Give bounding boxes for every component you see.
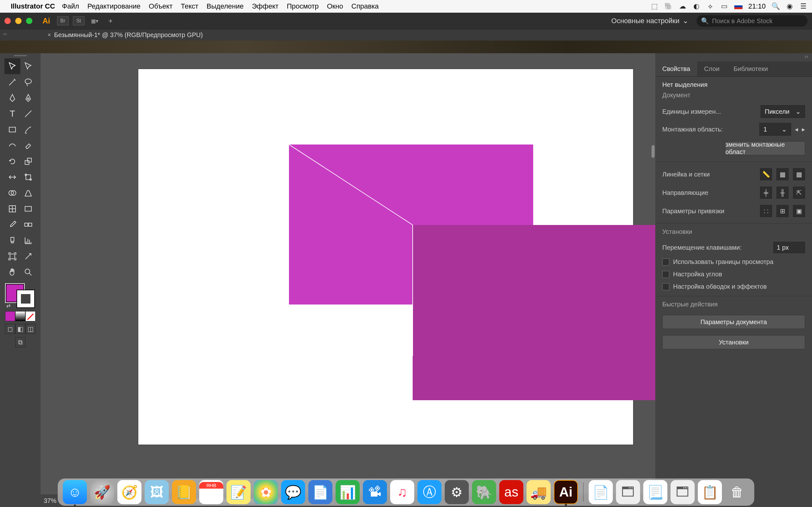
- dock-launchpad-icon[interactable]: 🚀: [90, 480, 114, 504]
- gpu-icon[interactable]: ✈: [105, 16, 116, 25]
- screen-mode-icon[interactable]: ⧉: [15, 337, 26, 347]
- dock-notes-icon[interactable]: 📝: [226, 480, 251, 504]
- dock-evernote-icon[interactable]: 🐘: [472, 480, 496, 504]
- menu-select[interactable]: Выделение: [206, 2, 244, 10]
- tab-layers[interactable]: Слои: [697, 61, 727, 76]
- preview-bounds-checkbox[interactable]: [662, 259, 669, 266]
- guides-lock-icon[interactable]: ╫: [776, 187, 789, 199]
- toolbox-grip-icon[interactable]: [14, 55, 27, 58]
- symbol-sprayer-tool[interactable]: [4, 233, 20, 248]
- stock-button[interactable]: St: [73, 16, 84, 25]
- edit-artboards-button[interactable]: зменить монтажные област: [725, 141, 805, 155]
- scale-corners-checkbox[interactable]: [662, 271, 669, 278]
- eraser-tool[interactable]: [20, 137, 36, 153]
- snap-grid-icon[interactable]: ⊞: [776, 205, 789, 217]
- dock-photos-icon[interactable]: ✿: [254, 480, 278, 504]
- evernote-icon[interactable]: 🐘: [664, 2, 673, 10]
- dock-doc2-icon[interactable]: 🗔: [616, 480, 640, 504]
- input-flag-icon[interactable]: [734, 3, 743, 9]
- curvature-tool[interactable]: [20, 90, 36, 106]
- paintbrush-tool[interactable]: [20, 122, 36, 137]
- dock-contacts-icon[interactable]: 📒: [172, 480, 196, 504]
- draw-normal-icon[interactable]: ◻: [5, 324, 15, 334]
- transparency-grid-icon[interactable]: ▩: [793, 168, 805, 180]
- menu-help[interactable]: Справка: [351, 2, 379, 10]
- collapse-right-icon[interactable]: ››: [655, 53, 812, 61]
- rotate-tool[interactable]: [4, 153, 20, 169]
- dock-itunes-icon[interactable]: ♫: [390, 480, 414, 504]
- graph-tool[interactable]: [20, 233, 36, 248]
- eyedropper-tool[interactable]: [4, 217, 20, 233]
- dock-finder-icon[interactable]: ☺: [63, 480, 87, 504]
- direct-selection-tool[interactable]: [20, 58, 36, 74]
- scrollbar-thumb[interactable]: [652, 145, 655, 158]
- dock-settings-icon[interactable]: ⚙: [445, 480, 469, 504]
- dock-doc3-icon[interactable]: 📃: [643, 480, 667, 504]
- shape-builder-tool[interactable]: [4, 185, 20, 201]
- pen-tool[interactable]: [4, 90, 20, 106]
- canvas[interactable]: 37% ⌄ |◂ ◂ 1 ⌄ ▸ ▸| Переключает прямое в…: [41, 53, 655, 507]
- rectangle-shape-2[interactable]: [413, 225, 655, 400]
- ruler-icon[interactable]: 📏: [760, 168, 772, 180]
- scale-strokes-checkbox[interactable]: [662, 283, 669, 290]
- document-tab-title[interactable]: Безымянный-1* @ 37% (RGB/Предпросмотр GP…: [54, 32, 203, 39]
- draw-behind-icon[interactable]: ◧: [15, 324, 26, 334]
- dock-messages-icon[interactable]: 💬: [281, 480, 305, 504]
- dock-transmit-icon[interactable]: 🚚: [526, 480, 551, 504]
- wifi-icon[interactable]: ⟡: [706, 2, 715, 10]
- clock[interactable]: 21:10: [748, 2, 766, 10]
- perspective-tool[interactable]: [20, 185, 36, 201]
- scale-tool[interactable]: [20, 153, 36, 169]
- prev-artboard-panel-icon[interactable]: ◂: [795, 125, 798, 133]
- guides-toggle-icon[interactable]: ╪: [760, 187, 772, 199]
- notification-icon[interactable]: ☰: [799, 2, 808, 10]
- rectangle-tool[interactable]: [4, 122, 20, 137]
- width-tool[interactable]: [4, 169, 20, 185]
- creative-cloud-icon[interactable]: ◐: [693, 2, 701, 10]
- menu-edit[interactable]: Редактирование: [87, 2, 141, 10]
- collapse-panels-icon[interactable]: ‹‹: [3, 31, 7, 37]
- slice-tool[interactable]: [20, 248, 36, 264]
- dock-lastfm-icon[interactable]: as: [499, 480, 523, 504]
- lasso-tool[interactable]: [20, 74, 36, 90]
- dock-safari-icon[interactable]: 🧭: [117, 480, 142, 504]
- menu-view[interactable]: Просмотр: [287, 2, 318, 10]
- tab-properties[interactable]: Свойства: [655, 61, 697, 76]
- tab-libraries[interactable]: Библиотеки: [726, 61, 774, 76]
- menu-text[interactable]: Текст: [181, 2, 198, 10]
- snap-pixel-icon[interactable]: ▣: [793, 205, 805, 217]
- free-transform-tool[interactable]: [20, 169, 36, 185]
- menu-effect[interactable]: Эффект: [252, 2, 278, 10]
- workspace-selector[interactable]: Основные настройки ⌄: [611, 17, 688, 25]
- zoom-tool[interactable]: [20, 264, 36, 280]
- dock-illustrator-icon[interactable]: Ai: [554, 480, 578, 504]
- dropbox-icon[interactable]: ⬚: [651, 2, 659, 10]
- bridge-button[interactable]: Br: [57, 16, 68, 25]
- siri-icon[interactable]: ◉: [785, 2, 794, 10]
- magic-wand-tool[interactable]: [4, 74, 20, 90]
- smart-guides-icon[interactable]: ⇱: [793, 187, 805, 199]
- type-tool[interactable]: T: [4, 106, 20, 122]
- fill-mode-none[interactable]: [26, 311, 36, 321]
- swap-colors-icon[interactable]: ⇄: [6, 302, 10, 308]
- dock-trash-icon[interactable]: 🗑: [725, 480, 749, 504]
- draw-inside-icon[interactable]: ◫: [26, 324, 36, 334]
- dock-pages-icon[interactable]: 📄: [308, 480, 333, 504]
- zoom-window-button[interactable]: [26, 18, 32, 24]
- mesh-tool[interactable]: [4, 201, 20, 217]
- preferences-button[interactable]: Установки: [662, 335, 805, 349]
- units-select[interactable]: Пиксели⌄: [761, 105, 805, 118]
- artboard-tool[interactable]: [4, 248, 20, 264]
- line-tool[interactable]: [20, 106, 36, 122]
- artboard-select[interactable]: 1⌄: [759, 123, 791, 135]
- arrange-docs-button[interactable]: ▦▾: [89, 16, 100, 25]
- keyboard-increment-input[interactable]: 1 px: [773, 242, 805, 253]
- hand-tool[interactable]: [4, 264, 20, 280]
- dock-appstore-icon[interactable]: Ⓐ: [417, 480, 442, 504]
- close-window-button[interactable]: [4, 18, 11, 24]
- gradient-tool[interactable]: [20, 201, 36, 217]
- snap-point-icon[interactable]: ⸬: [760, 205, 772, 217]
- selection-tool[interactable]: [4, 58, 20, 74]
- dock-calendar-icon[interactable]: ЯНВ22: [199, 480, 223, 504]
- grid-icon[interactable]: ▦: [776, 168, 789, 180]
